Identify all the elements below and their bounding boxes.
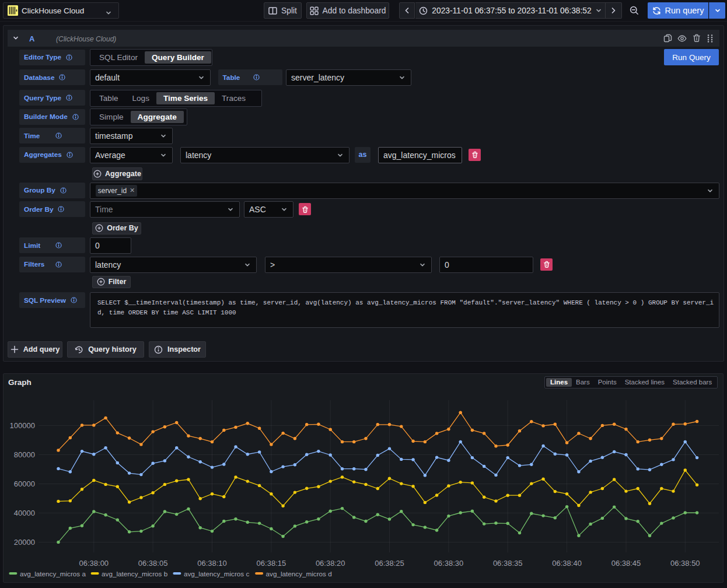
svg-text:80000: 80000 [14, 450, 35, 459]
svg-text:06:38:25: 06:38:25 [375, 559, 404, 568]
svg-text:avg_latency_micros d: avg_latency_micros d [266, 570, 332, 578]
svg-text:60000: 60000 [14, 480, 35, 488]
svg-text:06:38:40: 06:38:40 [552, 559, 582, 568]
svg-text:avg_latency_micros a: avg_latency_micros a [20, 570, 86, 578]
svg-text:06:38:20: 06:38:20 [316, 559, 345, 568]
svg-text:06:38:35: 06:38:35 [493, 559, 523, 568]
svg-text:06:38:15: 06:38:15 [257, 559, 286, 568]
svg-text:100000: 100000 [10, 421, 35, 430]
svg-text:40000: 40000 [14, 509, 35, 517]
svg-text:avg_latency_micros c: avg_latency_micros c [184, 570, 250, 578]
svg-text:20000: 20000 [14, 538, 35, 547]
svg-text:06:38:10: 06:38:10 [197, 559, 227, 568]
svg-text:06:38:50: 06:38:50 [670, 559, 700, 568]
svg-text:avg_latency_micros b: avg_latency_micros b [102, 570, 168, 578]
svg-text:06:38:30: 06:38:30 [434, 559, 464, 568]
svg-text:06:38:00: 06:38:00 [79, 559, 109, 568]
svg-text:06:38:45: 06:38:45 [611, 559, 641, 568]
svg-text:06:38:05: 06:38:05 [138, 559, 168, 568]
